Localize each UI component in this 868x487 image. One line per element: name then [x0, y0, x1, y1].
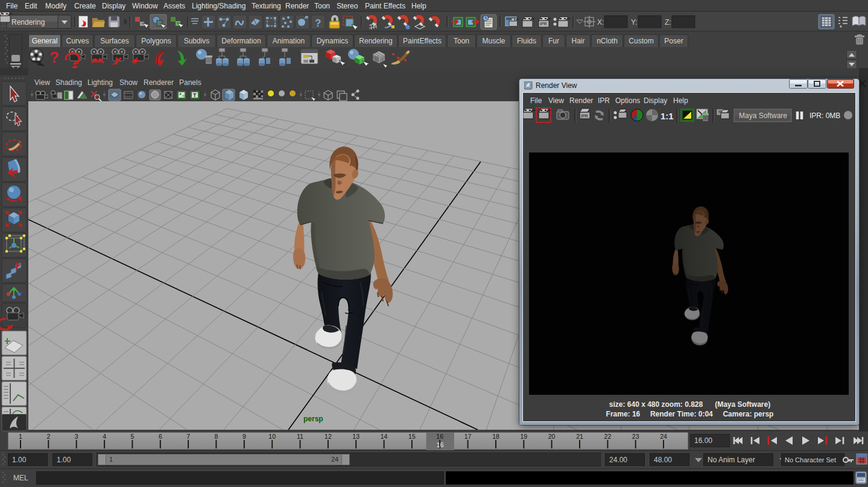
svg-text:Z:: Z:: [665, 18, 671, 27]
svg-text:5: 5: [130, 433, 134, 440]
svg-text:16: 16: [436, 433, 443, 440]
svg-text:16: 16: [437, 441, 444, 448]
svg-text:1:1: 1:1: [661, 111, 674, 121]
svg-text:?: ?: [315, 17, 321, 29]
svg-text:22: 22: [604, 433, 612, 440]
svg-text:2: 2: [46, 433, 50, 440]
svg-text:Maya Software: Maya Software: [739, 112, 787, 120]
svg-text:14: 14: [381, 433, 388, 440]
svg-text:19: 19: [520, 433, 527, 440]
svg-text:15: 15: [408, 433, 416, 440]
svg-text:21: 21: [576, 433, 583, 440]
svg-text:12: 12: [325, 433, 332, 440]
svg-text:9: 9: [242, 433, 246, 440]
svg-text:Y:: Y:: [631, 18, 638, 27]
svg-text:?: ?: [49, 48, 59, 66]
svg-text:IPR: IPR: [581, 114, 588, 118]
svg-text:17: 17: [464, 433, 472, 440]
svg-text:4: 4: [103, 433, 106, 440]
svg-text:23: 23: [632, 433, 639, 440]
svg-text:18: 18: [492, 433, 499, 440]
svg-text:13: 13: [352, 433, 360, 440]
svg-text:3: 3: [75, 433, 78, 440]
svg-text:Rendering: Rendering: [11, 18, 45, 27]
svg-text:IPR: IPR: [540, 22, 547, 26]
svg-text:24: 24: [660, 433, 667, 440]
svg-text:X:: X:: [597, 18, 604, 27]
svg-text:IPR: 0MB: IPR: 0MB: [809, 112, 840, 120]
svg-text:8: 8: [214, 433, 218, 440]
svg-text:6: 6: [159, 433, 162, 440]
svg-text:7: 7: [186, 433, 190, 440]
svg-text:10: 10: [268, 433, 276, 440]
svg-text:20: 20: [548, 433, 556, 440]
svg-text:1: 1: [19, 433, 22, 440]
svg-text:T: T: [193, 92, 197, 98]
svg-text:11: 11: [297, 433, 303, 440]
